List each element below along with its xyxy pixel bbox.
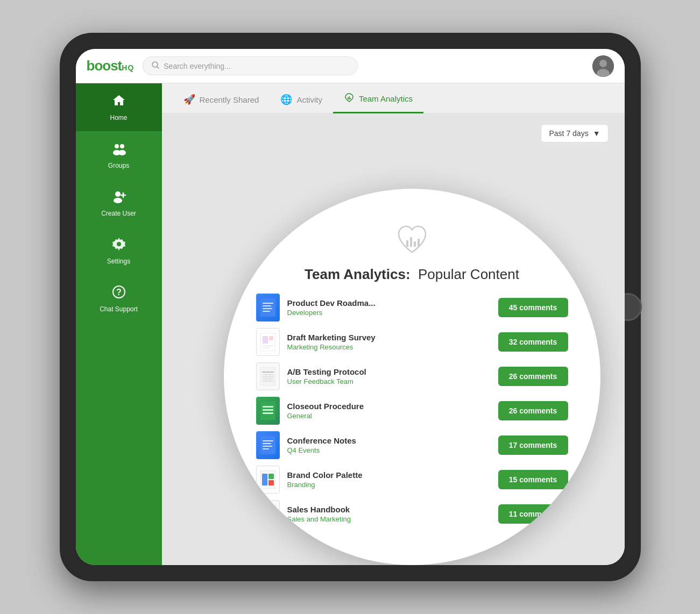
svg-rect-26 (263, 305, 271, 306)
doc-info-4: Closeout Procedure General (287, 402, 491, 420)
svg-rect-56 (262, 508, 274, 510)
groups-icon (111, 141, 126, 160)
doc-thumbnail-5 (256, 431, 280, 459)
svg-rect-57 (262, 511, 274, 512)
tab-activity[interactable]: 🌐 Activity (270, 87, 333, 113)
doc-thumbnail-6 (256, 466, 280, 494)
comment-badge-5: 17 comments (498, 435, 568, 455)
filter-dropdown[interactable]: Past 7 days ▼ (541, 124, 608, 142)
svg-rect-54 (268, 480, 274, 486)
home-icon (111, 93, 126, 112)
svg-rect-25 (263, 303, 273, 304)
svg-rect-17 (348, 97, 349, 99)
svg-line-1 (157, 67, 159, 68)
doc-category-2: Marketing Resources (287, 343, 491, 351)
doc-info-1: Product Dev Roadma... Developers (287, 298, 491, 317)
svg-rect-32 (263, 345, 273, 346)
tab-recently-shared-label: Recently Shared (200, 95, 259, 104)
sidebar: Home Groups (76, 83, 162, 565)
svg-rect-21 (410, 237, 412, 247)
doc-title-5: Conference Notes (287, 436, 491, 445)
doc-title-6: Brand Color Palette (287, 470, 491, 480)
svg-rect-53 (268, 474, 274, 479)
popup-header-icon (393, 221, 431, 261)
doc-category-6: Branding (287, 481, 491, 489)
list-item: Sales Handbook Sales and Marketing 11 co… (256, 500, 568, 528)
content-area: 🚀 Recently Shared 🌐 Activity (162, 83, 625, 565)
svg-point-3 (599, 60, 607, 67)
svg-rect-36 (262, 374, 274, 375)
svg-rect-39 (262, 381, 274, 382)
svg-rect-22 (414, 241, 416, 247)
sidebar-groups-label: Groups (108, 162, 129, 169)
comment-badge-2: 32 comments (498, 332, 568, 352)
settings-icon (111, 237, 126, 255)
doc-thumbnail-2 (256, 328, 280, 356)
sidebar-item-groups[interactable]: Groups (76, 131, 162, 179)
doc-thumbnail-7 (256, 500, 280, 528)
svg-rect-18 (349, 96, 350, 99)
doc-info-6: Brand Color Palette Branding (287, 470, 491, 489)
chat-support-icon: ? (111, 284, 126, 303)
svg-rect-47 (263, 440, 273, 441)
logo-boost-text: boost (87, 58, 122, 74)
popup-title-light: Popular Content (418, 266, 519, 282)
doc-thumbnail-1 (256, 294, 280, 322)
svg-rect-58 (262, 513, 274, 515)
doc-category-3: User Feedback Team (287, 377, 491, 385)
sidebar-item-create-user[interactable]: Create User (76, 179, 162, 227)
svg-rect-46 (260, 436, 275, 454)
svg-point-5 (115, 144, 119, 148)
svg-rect-60 (262, 518, 271, 519)
list-item: Draft Marketing Survey Marketing Resourc… (256, 328, 568, 356)
svg-rect-52 (262, 474, 267, 486)
doc-title-2: Draft Marketing Survey (287, 333, 491, 342)
svg-point-8 (118, 150, 126, 155)
sidebar-item-settings[interactable]: Settings (76, 227, 162, 275)
filter-label: Past 7 days (549, 129, 588, 138)
svg-rect-20 (406, 240, 408, 247)
create-user-icon (111, 189, 126, 208)
sidebar-item-chat-support[interactable]: ? Chat Support (76, 275, 162, 323)
user-avatar[interactable] (592, 55, 614, 77)
app-logo[interactable]: boost HQ (87, 58, 135, 74)
svg-rect-49 (263, 446, 272, 447)
svg-rect-23 (418, 239, 420, 247)
comment-badge-3: 26 comments (498, 367, 568, 386)
content-panel: Past 7 days ▼ (162, 113, 625, 565)
svg-point-10 (114, 198, 122, 203)
svg-rect-30 (263, 336, 268, 344)
svg-rect-24 (260, 298, 275, 317)
tabs-bar: 🚀 Recently Shared 🌐 Activity (162, 83, 625, 113)
doc-category-4: General (287, 412, 491, 420)
svg-rect-27 (263, 308, 272, 309)
doc-category-1: Developers (287, 309, 491, 317)
doc-thumbnail-4 (256, 397, 280, 425)
doc-title-3: A/B Testing Protocol (287, 367, 491, 376)
svg-rect-59 (262, 516, 274, 517)
chevron-down-icon: ▼ (593, 129, 600, 138)
list-item: Closeout Procedure General 26 comments (256, 397, 568, 425)
sidebar-chat-support-label: Chat Support (100, 305, 138, 313)
tab-recently-shared[interactable]: 🚀 Recently Shared (173, 87, 270, 113)
comment-badge-7: 11 comments (498, 504, 568, 524)
svg-point-14 (117, 242, 121, 246)
svg-rect-50 (263, 448, 269, 449)
doc-category-5: Q4 Events (287, 446, 491, 454)
tab-team-analytics-label: Team Analytics (359, 94, 413, 103)
comment-badge-4: 26 comments (498, 401, 568, 420)
doc-title-1: Product Dev Roadma... (287, 298, 491, 308)
svg-rect-38 (262, 379, 274, 380)
search-icon (152, 61, 159, 70)
tablet-frame: boost HQ Search everything... (60, 33, 641, 581)
doc-thumbnail-3 (256, 362, 280, 390)
activity-icon: 🌐 (280, 94, 292, 105)
tab-team-analytics[interactable]: Team Analytics (333, 85, 423, 113)
doc-info-3: A/B Testing Protocol User Feedback Team (287, 367, 491, 385)
sidebar-item-home[interactable]: Home (76, 83, 162, 131)
popup-title: Team Analytics: Popular Content (305, 266, 519, 283)
list-item: Product Dev Roadma... Developers 45 comm… (256, 294, 568, 322)
search-bar[interactable]: Search everything... (143, 56, 358, 75)
svg-rect-31 (269, 336, 273, 340)
logo-hq-text: HQ (122, 63, 134, 72)
